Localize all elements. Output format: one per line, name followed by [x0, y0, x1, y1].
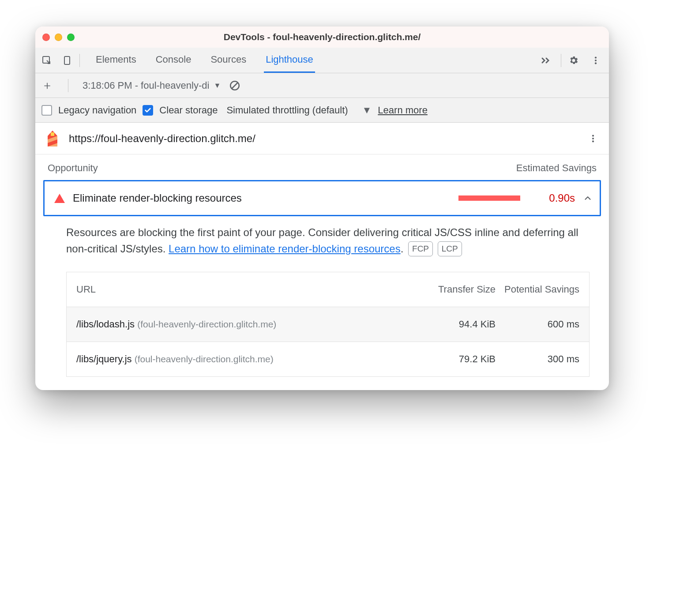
transfer-size: 79.2 KiB	[421, 353, 496, 365]
potential-savings: 600 ms	[496, 319, 579, 330]
tab-lighthouse[interactable]: Lighthouse	[264, 48, 315, 73]
throttling-label: Simulated throttling (default)	[226, 105, 348, 116]
svg-rect-1	[64, 56, 70, 64]
lighthouse-settings-bar: Legacy navigation Clear storage Simulate…	[35, 98, 609, 123]
svg-rect-12	[51, 132, 54, 136]
inspect-element-icon[interactable]	[41, 54, 53, 67]
svg-point-4	[595, 62, 597, 64]
clear-storage-checkbox[interactable]	[143, 105, 153, 116]
legacy-navigation-label: Legacy navigation	[58, 105, 136, 116]
separator	[68, 79, 68, 92]
minimize-icon[interactable]	[55, 34, 62, 41]
lighthouse-report-toolbar: ＋ 3:18:06 PM - foul-heavenly-di ▼	[35, 73, 609, 98]
audit-details-table: URL Transfer Size Potential Savings /lib…	[66, 272, 590, 377]
report-menu-icon[interactable]	[587, 132, 599, 145]
col-savings: Potential Savings	[496, 284, 579, 295]
table-row: /libs/jquery.js (foul-heavenly-direction…	[67, 342, 589, 376]
metric-chip-fcp: FCP	[408, 241, 433, 256]
tab-sources[interactable]: Sources	[209, 48, 248, 73]
traffic-lights	[42, 34, 75, 41]
report-url-bar: https://foul-heavenly-direction.glitch.m…	[35, 123, 609, 154]
col-url: URL	[76, 284, 421, 295]
metric-chip-lcp: LCP	[438, 241, 462, 256]
svg-point-13	[592, 135, 594, 136]
learn-more-link[interactable]: Learn more	[378, 105, 428, 116]
potential-savings: 300 ms	[496, 353, 579, 365]
audit-description-after: .	[401, 243, 404, 255]
resource-path[interactable]: /libs/jquery.js	[76, 353, 132, 364]
opportunity-column-label: Opportunity	[48, 162, 98, 174]
savings-bar	[458, 195, 520, 201]
resource-host: (foul-heavenly-direction.glitch.me)	[135, 354, 274, 364]
lighthouse-logo-icon	[45, 130, 60, 147]
table-row: /libs/lodash.js (foul-heavenly-direction…	[67, 307, 589, 342]
table-header-row: URL Transfer Size Potential Savings	[67, 272, 589, 307]
audit-eliminate-render-blocking[interactable]: Eliminate render-blocking resources 0.90…	[43, 180, 601, 216]
tab-console[interactable]: Console	[154, 48, 193, 73]
tab-strip: Elements Console Sources Lighthouse	[94, 48, 537, 73]
audit-title: Eliminate render-blocking resources	[73, 192, 451, 204]
chevron-up-icon[interactable]	[583, 193, 593, 203]
separator	[561, 54, 561, 67]
chevron-down-icon: ▼	[214, 82, 221, 90]
maximize-icon[interactable]	[67, 34, 75, 41]
new-report-button[interactable]: ＋	[41, 78, 54, 93]
clear-storage-label: Clear storage	[159, 105, 218, 116]
audit-description: Resources are blocking the first paint o…	[35, 222, 609, 257]
devtools-tabs-bar: Elements Console Sources Lighthouse	[35, 48, 609, 73]
tab-elements[interactable]: Elements	[94, 48, 138, 73]
estimated-savings-column-label: Estimated Savings	[516, 162, 597, 174]
close-icon[interactable]	[42, 34, 50, 41]
audit-savings-value: 0.90s	[540, 192, 575, 204]
transfer-size: 94.4 KiB	[421, 319, 496, 330]
svg-point-2	[595, 56, 597, 58]
window-title: DevTools - foul-heavenly-direction.glitc…	[35, 32, 609, 42]
svg-point-15	[592, 140, 594, 142]
report-selector[interactable]: 3:18:06 PM - foul-heavenly-di ▼	[83, 80, 221, 91]
window-titlebar: DevTools - foul-heavenly-direction.glitc…	[35, 26, 609, 48]
report-selector-label: 3:18:06 PM - foul-heavenly-di	[83, 80, 209, 91]
clear-icon[interactable]	[229, 79, 241, 92]
svg-line-6	[232, 83, 238, 88]
col-size: Transfer Size	[421, 284, 496, 295]
separator	[79, 54, 80, 67]
resource-host: (foul-heavenly-direction.glitch.me)	[137, 319, 276, 329]
gear-icon[interactable]	[567, 54, 580, 67]
svg-point-3	[595, 59, 597, 61]
kebab-menu-icon[interactable]	[590, 54, 602, 67]
chevron-down-icon[interactable]: ▼	[362, 105, 372, 116]
fail-triangle-icon	[54, 194, 65, 203]
legacy-navigation-checkbox[interactable]	[41, 105, 52, 116]
svg-point-14	[592, 137, 594, 139]
devtools-window: DevTools - foul-heavenly-direction.glitc…	[35, 26, 609, 390]
more-tabs-icon[interactable]	[537, 56, 555, 64]
device-toolbar-icon[interactable]	[61, 54, 73, 67]
resource-path[interactable]: /libs/lodash.js	[76, 319, 135, 330]
report-url: https://foul-heavenly-direction.glitch.m…	[69, 132, 578, 145]
audit-description-link[interactable]: Learn how to eliminate render-blocking r…	[169, 243, 401, 255]
opportunities-header: Opportunity Estimated Savings	[35, 154, 609, 178]
